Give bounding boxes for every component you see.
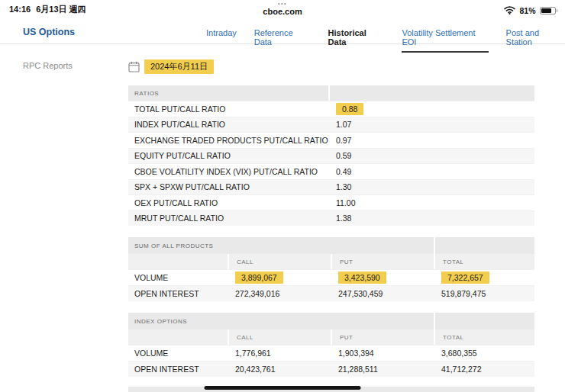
table-row: EXCHANGE TRADED PRODUCTS PUT/CALL RATIO …	[128, 132, 534, 148]
row-label: CBOE VOLATILITY INDEX (VIX) PUT/CALL RAT…	[128, 167, 330, 176]
row-label: OEX PUT/CALL RATIO	[128, 198, 330, 207]
sum-header-spacer	[435, 237, 534, 254]
column-header-put: PUT	[332, 254, 435, 269]
table-row: OEX PUT/CALL RATIO 11.00	[128, 194, 534, 210]
tab-post-and-station[interactable]: Post and Station	[506, 28, 565, 53]
put-value: 3,423,590	[332, 273, 435, 282]
row-value: 0.59	[330, 151, 351, 160]
row-label: VOLUME	[128, 349, 229, 358]
row-value: 1.38	[330, 214, 351, 223]
column-header-total: TOTAL	[435, 254, 534, 269]
ipad-safari-screen: 14:166月13日 週四 ••• cboe.com 81% US O	[0, 0, 565, 392]
call-value: 3,899,067	[229, 273, 332, 282]
row-label: EQUITY PUT/CALL RATIO	[128, 151, 330, 160]
us-options-brand-link[interactable]: US Options	[23, 27, 75, 37]
main-content: 2024年6月11日 RATIOS TOTAL PUT/CALL RATIO 0…	[128, 53, 534, 377]
ratios-table-header: RATIOS	[128, 85, 534, 101]
table-row: MRUT PUT/CALL RATIO 1.38	[128, 210, 534, 227]
highlighted-value: 3,899,067	[235, 272, 283, 284]
ratios-header-label: RATIOS	[128, 85, 330, 101]
row-label: OPEN INTEREST	[128, 365, 229, 374]
sum-table-header: SUM OF ALL PRODUCTS	[128, 237, 534, 254]
total-value: 3,680,355	[435, 349, 534, 358]
tab-intraday[interactable]: Intraday	[206, 28, 237, 53]
row-label: SPX + SPXW PUT/CALL RATIO	[128, 182, 330, 191]
row-label: TOTAL PUT/CALL RATIO	[128, 104, 330, 114]
index-header-label: INDEX OPTIONS	[128, 313, 435, 329]
call-value: 272,349,016	[229, 289, 332, 298]
battery-icon	[540, 7, 558, 15]
site-nav: US Options Intraday Reference Data Histo…	[0, 21, 565, 44]
status-time: 14:16	[9, 5, 31, 14]
column-header-blank	[128, 329, 229, 345]
highlighted-value: 0.88	[336, 103, 363, 115]
put-value: 21,288,511	[332, 365, 435, 374]
row-value: 0.88	[330, 104, 363, 114]
table-row: OPEN INTEREST 272,349,016 247,530,459 51…	[128, 285, 534, 301]
tab-historical-data[interactable]: Historical Data	[328, 28, 385, 53]
status-icons: 81%	[504, 4, 557, 18]
sum-header-label: SUM OF ALL PRODUCTS	[128, 237, 435, 254]
column-header-blank	[128, 254, 229, 269]
index-column-headers: CALL PUT TOTAL	[128, 329, 534, 345]
total-value: 7,322,657	[435, 273, 534, 282]
table-row: OPEN INTEREST 20,423,761 21,288,511 41,7…	[128, 361, 534, 377]
status-date: 6月13日 週四	[36, 5, 86, 14]
index-options-table: INDEX OPTIONS CALL PUT TOTAL VOLUME 1,77…	[128, 313, 534, 377]
row-value: 11.00	[330, 198, 356, 207]
ratios-table: RATIOS TOTAL PUT/CALL RATIO 0.88 INDEX P…	[128, 85, 534, 226]
total-value: 519,879,475	[435, 289, 534, 298]
table-row: SPX + SPXW PUT/CALL RATIO 1.30	[128, 179, 534, 195]
highlighted-value: 3,423,590	[338, 272, 386, 284]
row-value: 1.07	[330, 120, 351, 129]
column-header-total: TOTAL	[435, 329, 534, 345]
column-header-call: CALL	[229, 329, 332, 345]
status-bar: 14:166月13日 週四 ••• cboe.com 81%	[0, 0, 565, 21]
table-row: TOTAL PUT/CALL RATIO 0.88	[128, 101, 534, 117]
wifi-icon	[504, 4, 515, 18]
tab-volatility-settlement-eoi[interactable]: Volatility Settlement EOI	[402, 28, 488, 53]
table-row: INDEX PUT/CALL RATIO 1.07	[128, 117, 534, 133]
put-value: 247,530,459	[332, 289, 435, 298]
row-label: MRUT PUT/CALL RATIO	[128, 214, 330, 223]
call-value: 20,423,761	[229, 365, 332, 374]
table-row: VOLUME 1,776,961 1,903,394 3,680,355	[128, 345, 534, 361]
clock-and-date: 14:166月13日 週四	[9, 4, 86, 15]
selected-date[interactable]: 2024年6月11日	[144, 59, 214, 74]
column-header-put: PUT	[332, 329, 435, 345]
index-table-header: INDEX OPTIONS	[128, 313, 534, 329]
row-label: INDEX PUT/CALL RATIO	[128, 120, 330, 129]
put-value: 1,903,394	[332, 349, 435, 358]
total-value: 41,712,272	[435, 365, 534, 374]
row-value: 1.30	[330, 182, 351, 191]
row-label: VOLUME	[128, 273, 229, 282]
address-bar-area: ••• cboe.com	[263, 1, 302, 17]
address-bar[interactable]: cboe.com	[263, 7, 302, 17]
sidebar-item-rpc-reports[interactable]: RPC Reports	[23, 61, 73, 70]
row-label: EXCHANGE TRADED PRODUCTS PUT/CALL RATIO	[128, 136, 330, 145]
tab-overview-dots[interactable]: •••	[263, 1, 302, 7]
sum-column-headers: CALL PUT TOTAL	[128, 254, 534, 269]
highlighted-value: 7,322,657	[441, 272, 489, 284]
index-header-spacer	[435, 313, 534, 329]
tab-reference-data[interactable]: Reference Data	[254, 28, 311, 53]
home-indicator[interactable]	[205, 386, 361, 390]
row-label: OPEN INTEREST	[128, 289, 229, 298]
column-header-call: CALL	[229, 254, 332, 269]
calendar-icon	[128, 61, 140, 72]
nav-tabs: Intraday Reference Data Historical Data …	[206, 28, 565, 53]
table-row: CBOE VOLATILITY INDEX (VIX) PUT/CALL RAT…	[128, 163, 534, 179]
battery-percent: 81%	[519, 6, 535, 15]
call-value: 1,776,961	[229, 349, 332, 358]
ratios-header-spacer	[330, 85, 534, 101]
row-value: 0.97	[330, 136, 351, 145]
date-picker[interactable]: 2024年6月11日	[128, 58, 534, 75]
row-value: 0.49	[330, 167, 351, 176]
sum-of-all-products-table: SUM OF ALL PRODUCTS CALL PUT TOTAL VOLUM…	[128, 237, 534, 301]
table-row: VOLUME 3,899,067 3,423,590 7,322,657	[128, 269, 534, 285]
table-row: EQUITY PUT/CALL RATIO 0.59	[128, 148, 534, 164]
